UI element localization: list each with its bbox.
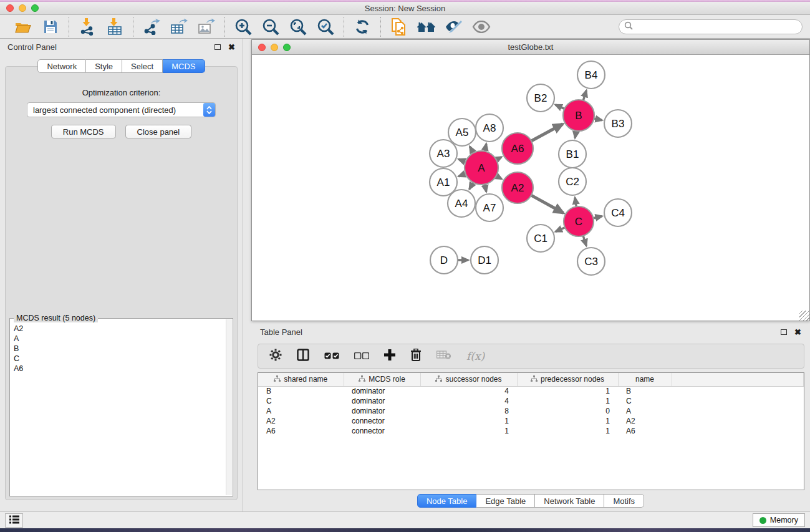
column-header[interactable]: name xyxy=(618,373,672,386)
graph-node-A4[interactable]: A4 xyxy=(448,190,475,217)
table-cell[interactable]: 4 xyxy=(420,396,517,406)
table-cell[interactable]: A2 xyxy=(618,416,672,426)
table-row[interactable]: Adominator80A xyxy=(258,406,804,416)
table-cell[interactable]: C xyxy=(258,396,344,406)
graph-node-A2[interactable]: A2 xyxy=(502,172,533,203)
graph-node-C[interactable]: C xyxy=(564,206,594,236)
save-session-button[interactable] xyxy=(41,17,60,36)
tab-network-table[interactable]: Network Table xyxy=(535,494,604,508)
export-table-button[interactable] xyxy=(169,17,189,36)
tab-node-table[interactable]: Node Table xyxy=(417,494,477,508)
graph-node-A6[interactable]: A6 xyxy=(502,133,533,164)
column-header[interactable]: MCDS role xyxy=(344,373,420,386)
table-cell[interactable]: 1 xyxy=(517,386,618,396)
refresh-layout-button[interactable] xyxy=(352,17,372,36)
graph-node-C3[interactable]: C3 xyxy=(577,248,605,275)
result-scrollbar[interactable] xyxy=(226,319,232,495)
delete-button[interactable] xyxy=(410,349,422,364)
close-panel-button[interactable]: Close panel xyxy=(125,125,192,138)
close-panel-icon[interactable]: ✖ xyxy=(228,43,235,51)
table-cell[interactable]: dominator xyxy=(344,406,420,416)
graph-node-D[interactable]: D xyxy=(430,246,458,274)
home-button[interactable] xyxy=(417,17,436,36)
tab-select[interactable]: Select xyxy=(122,59,163,73)
table-cell[interactable]: connector xyxy=(344,426,420,436)
export-image-button[interactable] xyxy=(196,17,216,36)
result-item[interactable]: C xyxy=(14,354,225,364)
show-eye-button[interactable] xyxy=(471,17,491,36)
graph-node-C2[interactable]: C2 xyxy=(559,168,586,195)
criterion-select[interactable]: largest connected component (directed) xyxy=(27,102,216,117)
table-cell[interactable]: 1 xyxy=(517,416,618,426)
result-item[interactable]: A2 xyxy=(14,324,225,334)
close-table-panel-icon[interactable]: ✖ xyxy=(794,328,801,336)
float-table-panel-icon[interactable] xyxy=(781,329,787,335)
table-row[interactable]: Bdominator41B xyxy=(258,386,804,396)
network-window-titlebar[interactable]: testGlobe.txt xyxy=(252,40,809,55)
table-cell[interactable]: A xyxy=(618,406,672,416)
graph-node-D1[interactable]: D1 xyxy=(471,246,498,274)
table-cell[interactable]: 1 xyxy=(420,426,517,436)
table-row[interactable]: Cdominator41C xyxy=(258,396,804,406)
tab-edge-table[interactable]: Edge Table xyxy=(476,494,535,508)
graph-node-B[interactable]: B xyxy=(563,100,594,131)
column-header[interactable]: successor nodes xyxy=(420,373,517,386)
table-cell[interactable]: dominator xyxy=(344,386,420,396)
function-builder-button[interactable]: f(x) xyxy=(466,350,485,362)
table-cell[interactable]: connector xyxy=(344,416,420,426)
tab-motifs[interactable]: Motifs xyxy=(604,494,644,508)
result-item[interactable]: A6 xyxy=(14,364,225,374)
column-header[interactable]: predecessor nodes xyxy=(517,373,618,386)
import-network-button[interactable] xyxy=(77,17,97,36)
task-history-button[interactable] xyxy=(5,513,23,528)
graph-node-A8[interactable]: A8 xyxy=(476,114,503,142)
clone-network-button[interactable] xyxy=(389,17,409,36)
open-file-button[interactable] xyxy=(13,17,33,36)
table-cell[interactable]: 8 xyxy=(420,406,517,416)
add-column-button[interactable] xyxy=(384,349,395,363)
table-cell[interactable]: 4 xyxy=(420,386,517,396)
memory-button[interactable]: Memory xyxy=(753,513,805,527)
table-cell[interactable]: 1 xyxy=(517,426,618,436)
zoom-fit-button[interactable] xyxy=(288,17,308,36)
graph-node-A3[interactable]: A3 xyxy=(430,140,457,167)
graph-node-A5[interactable]: A5 xyxy=(448,118,476,146)
select-all-button[interactable] xyxy=(324,351,339,362)
gear-button[interactable] xyxy=(269,349,282,364)
edge-A6-B[interactable] xyxy=(530,124,562,142)
zoom-in-button[interactable] xyxy=(233,17,253,36)
table-row[interactable]: A2connector11A2 xyxy=(258,416,804,426)
column-header[interactable]: shared name xyxy=(258,373,344,386)
zoom-selected-button[interactable] xyxy=(316,17,335,36)
edge-A2-C[interactable] xyxy=(530,195,563,213)
search-input[interactable] xyxy=(637,22,797,31)
delete-table-button[interactable] xyxy=(436,350,451,362)
graph-node-B3[interactable]: B3 xyxy=(604,110,632,137)
table-cell[interactable]: 1 xyxy=(420,416,517,426)
resize-grip[interactable] xyxy=(799,311,809,321)
table-cell[interactable]: A2 xyxy=(258,416,344,426)
table-cell[interactable]: 1 xyxy=(517,396,618,406)
table-cell[interactable]: C xyxy=(618,396,672,406)
table-cell[interactable]: dominator xyxy=(344,396,420,406)
graph-node-C4[interactable]: C4 xyxy=(604,199,632,226)
table-cell[interactable]: B xyxy=(258,386,344,396)
table-cell[interactable]: A6 xyxy=(258,426,344,436)
columns-button[interactable] xyxy=(297,349,309,364)
float-panel-icon[interactable] xyxy=(215,44,221,50)
table-cell[interactable]: 0 xyxy=(517,406,618,416)
search-field[interactable] xyxy=(619,19,803,34)
graph-node-B2[interactable]: B2 xyxy=(527,84,554,112)
graph-node-C1[interactable]: C1 xyxy=(527,225,554,252)
result-item[interactable]: A xyxy=(14,334,225,344)
graph-node-B1[interactable]: B1 xyxy=(559,140,586,168)
tab-style[interactable]: Style xyxy=(86,59,122,73)
graph-node-A[interactable]: A xyxy=(465,151,498,185)
result-item[interactable]: B xyxy=(14,344,225,354)
zoom-out-button[interactable] xyxy=(261,17,281,36)
run-mcds-button[interactable]: Run MCDS xyxy=(51,125,116,138)
graph-node-A7[interactable]: A7 xyxy=(476,194,503,221)
network-canvas[interactable]: AA1A2A3A4A5A6A7A8BB1B2B3B4CC1C2C3C4DD1 xyxy=(252,55,809,321)
table-cell[interactable]: A xyxy=(258,406,344,416)
tab-network[interactable]: Network xyxy=(37,59,86,73)
